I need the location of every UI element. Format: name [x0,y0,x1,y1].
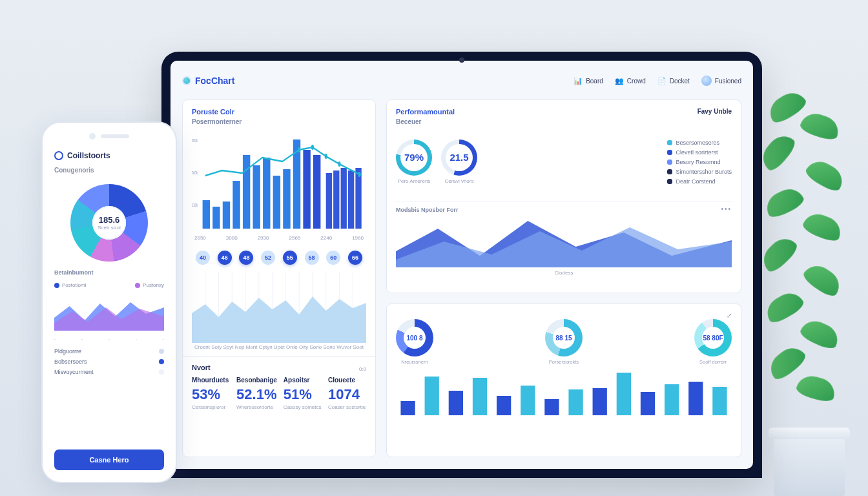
header-nav: 📊 Board 👥 Crowd 📄 Docket Fusioned [574,76,741,86]
list-item[interactable]: Misvoycurment [54,369,164,375]
mini-pies-card: ⤢ 100 8 Nreurssnern 88 15 Porsersorokts … [386,304,741,457]
donut-sub: Sceb strol [98,225,121,231]
mini-pie-label: Porsersorokts [545,359,583,365]
bar-line-chart: 500k 260k 138k [192,130,366,234]
svg-text:260k: 260k [192,169,198,175]
svg-rect-46 [521,386,535,415]
mini-bar-chart [396,371,732,415]
mini-pie-1: 100 8 [396,319,433,356]
legend-item: Clevetl sorirterst [667,149,732,156]
bubble[interactable]: 46 [218,251,232,265]
ring-value: 21.5 [450,152,468,163]
bubble[interactable]: 40 [196,251,210,265]
svg-rect-54 [712,387,727,415]
legend-item: Besersomeseres [667,140,732,146]
svg-rect-5 [203,200,210,229]
laptop-frame: FocChart 📊 Board 👥 Crowd 📄 Docket Fusio [161,52,762,478]
svg-rect-41 [400,401,415,415]
phone-legend: Postotioml Pustonsy [54,282,164,288]
more-icon[interactable]: ••• [721,205,732,212]
bubble[interactable]: 52 [261,251,275,265]
stat-card: Cloueete 1074 Coaser sostortie [328,377,366,410]
nav-item-docket[interactable]: 📄 Docket [657,76,690,85]
donut-chart: 185.6 Sceb strol [70,184,148,262]
mini-pie-label: Nreurssnern [396,359,433,365]
phone-frame: Coillstoorts Conugenoris 185.6 Sceb stro… [41,121,177,483]
dashboard-grid: Performamountal Beceuer Favy Unble 79% P… [182,99,741,457]
svg-rect-44 [473,378,487,415]
nav-label: Board [586,78,603,85]
phone-notch [54,133,164,140]
performance-card: Performamountal Beceuer Favy Unble 79% P… [386,99,741,293]
card-subtitle: Posermonterner [192,118,366,125]
wide-area-chart [192,272,366,343]
phone-list: Pldguorrre Bobsersoers Misvoycurment [54,348,164,375]
mini-chart-title: Modsbis Nposbor Forr [396,207,732,213]
card-title: Performamountal [396,108,455,116]
document-icon: 📄 [657,76,666,85]
svg-rect-43 [449,391,463,415]
nav-item-board[interactable]: 📊 Board [574,76,603,85]
avatar-icon [701,76,712,86]
status-dot [159,359,164,364]
ring-label: Ceravl vhors [441,178,477,184]
stat-card: Apsoitsr 51% Casosy sometcs [284,377,322,410]
chart-icon: 📊 [574,76,583,85]
phone-subtitle: Conugenoris [54,167,164,174]
svg-text:138k: 138k [192,202,198,207]
svg-rect-42 [425,377,439,415]
svg-rect-16 [313,155,320,229]
primary-button[interactable]: Casne Hero [54,450,164,470]
nav-label: Fusioned [715,78,741,85]
svg-rect-45 [497,396,511,415]
svg-rect-52 [665,384,679,415]
svg-rect-9 [243,155,250,229]
expand-icon[interactable]: ⤢ [727,312,732,319]
svg-rect-51 [641,392,655,415]
legend-item: Deatr Corstend [667,178,732,185]
svg-point-24 [325,154,327,159]
svg-point-22 [298,147,300,152]
decorative-plant [758,70,868,496]
list-item[interactable]: Bobsersoers [54,358,164,365]
performance-legend: Besersomeseres Clevetl sorirterst Besory… [667,140,732,194]
card-title: Poruste Colr [192,108,366,116]
list-item[interactable]: Pldguorrre [54,348,164,355]
nav-item-profile[interactable]: Fusioned [701,76,741,86]
app-screen: FocChart 📊 Board 👥 Crowd 📄 Docket Fusio [170,61,753,469]
svg-point-26 [358,172,361,177]
svg-rect-19 [341,168,347,229]
svg-rect-8 [232,181,240,229]
svg-rect-11 [263,158,270,229]
bubble[interactable]: 58 [305,251,319,265]
nav-label: Docket [670,78,690,85]
svg-rect-6 [212,207,220,229]
legend-item: Besory Resomnd [667,159,732,165]
bubble[interactable]: 60 [326,251,340,265]
ring-value: 79% [404,152,424,163]
brand-icon [182,76,191,85]
summary-badge: 0:8 [359,366,366,372]
target-icon [54,151,63,160]
section-label: Betainbumont [54,269,164,276]
nav-item-crowd[interactable]: 👥 Crowd [615,76,646,85]
nav-label: Crowd [627,78,646,85]
svg-rect-48 [568,389,583,415]
svg-rect-49 [593,388,607,415]
status-dot [159,369,164,375]
bubble[interactable]: 55 [283,251,297,265]
bar-xlabels: 265030802930256522401960 [192,234,366,241]
bubble[interactable]: 48 [239,251,253,265]
svg-marker-40 [192,296,366,343]
phone-area-chart [54,294,164,331]
svg-rect-10 [253,165,260,229]
summary-title: Nvort [192,364,211,371]
bubble[interactable]: 66 [348,251,362,265]
main-chart-card: Poruste Colr Posermonterner 500k 260k 13… [182,99,376,457]
svg-rect-47 [544,399,559,415]
progress-ring-2: 21.5 [441,140,477,176]
svg-rect-50 [617,373,631,415]
svg-rect-12 [273,176,280,229]
svg-point-23 [311,145,314,150]
brand[interactable]: FocChart [182,76,234,86]
